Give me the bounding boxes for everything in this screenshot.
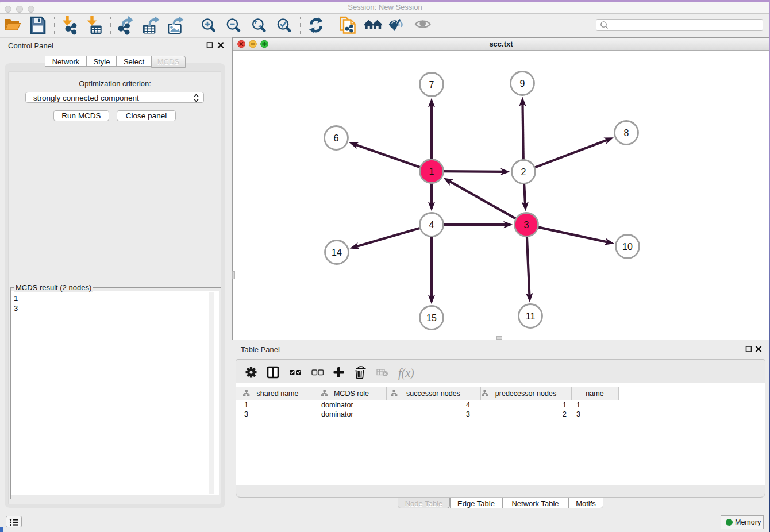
svg-text:f(x): f(x) — [398, 367, 414, 380]
svg-text:9: 9 — [520, 79, 525, 88]
svg-text:10: 10 — [622, 242, 633, 252]
svg-text:1: 1 — [429, 167, 434, 176]
svg-text:14: 14 — [332, 248, 342, 257]
svg-text:2: 2 — [521, 167, 526, 177]
svg-text:15: 15 — [426, 313, 437, 323]
svg-text:3: 3 — [524, 220, 529, 230]
svg-text:7: 7 — [429, 80, 434, 90]
svg-text:6: 6 — [334, 133, 339, 143]
svg-text:11: 11 — [526, 311, 536, 321]
svg-text:4: 4 — [429, 220, 434, 230]
svg-text:8: 8 — [624, 128, 629, 138]
